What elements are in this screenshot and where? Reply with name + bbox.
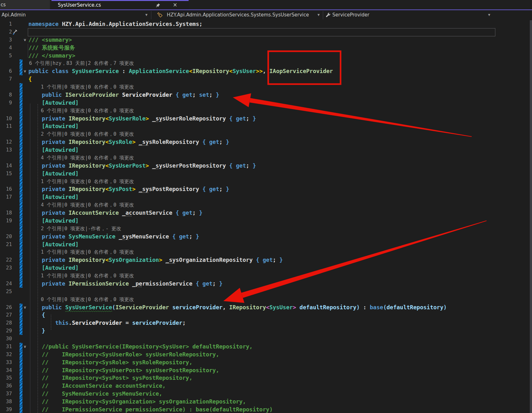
- line-number[interactable]: 37: [0, 390, 12, 398]
- code-line[interactable]: 28 this.ServiceProvider = serviceProvide…: [0, 319, 532, 327]
- tab-background-document[interactable]: cs: [0, 0, 50, 9]
- code-line[interactable]: 5/// </summary>: [0, 52, 532, 60]
- code-line[interactable]: 30: [0, 335, 532, 343]
- code-line[interactable]: 12 private IRepository<SysRole> _sysRole…: [0, 138, 532, 146]
- codelens-line[interactable]: 1 个引用|0 项更改|0 名作者，0 项更改: [0, 83, 532, 91]
- code-line[interactable]: 25: [0, 288, 532, 296]
- line-number[interactable]: 29: [0, 327, 12, 335]
- close-icon[interactable]: ×: [173, 2, 177, 8]
- codelens-line[interactable]: 0 个引用|0 项更改|0 名作者，0 项更改: [0, 296, 532, 304]
- project-dropdown[interactable]: Api.Admin: [2, 12, 26, 18]
- code-line[interactable]: 32 // IRepository<SysUserRole> sysUserRo…: [0, 351, 532, 359]
- line-number[interactable]: 20: [0, 233, 12, 241]
- codelens-text[interactable]: 1 个引用|0 项更改|0 名作者，0 项更改: [29, 178, 134, 186]
- line-number[interactable]: 18: [0, 209, 12, 217]
- line-number[interactable]: 16: [0, 185, 12, 193]
- codelens-text[interactable]: 2 个引用|0 项更改|0 名作者，0 项更改: [29, 130, 134, 138]
- code-line[interactable]: 24 private IPermissionService _permissio…: [0, 280, 532, 288]
- tab-active-document[interactable]: SysUserService.cs ×: [51, 0, 189, 10]
- code-line[interactable]: 18 private IAccountService _accountServi…: [0, 209, 532, 217]
- code-line[interactable]: 22 private IRepository<SysOrganization> …: [0, 256, 532, 264]
- code-line[interactable]: 36 // IAccountService accountService,: [0, 382, 532, 390]
- code-line[interactable]: 19 [Autowired]: [0, 217, 532, 225]
- code-line[interactable]: 29 }: [0, 327, 532, 335]
- line-number[interactable]: 39: [0, 406, 12, 413]
- code-line[interactable]: 23 [Autowired]: [0, 264, 532, 272]
- line-number[interactable]: 9: [0, 99, 12, 107]
- codelens-text[interactable]: 6 个引用|0 项更改|0 名作者，0 项更改: [29, 107, 134, 115]
- line-number[interactable]: 19: [0, 217, 12, 225]
- line-number[interactable]: 2: [0, 28, 12, 36]
- line-number[interactable]: 4: [0, 44, 12, 52]
- line-number[interactable]: 15: [0, 170, 12, 178]
- code-line[interactable]: 35 // IRepository<SysPost> sysPostReposi…: [0, 374, 532, 382]
- member-dropdown[interactable]: ServiceProvider: [332, 12, 369, 18]
- code-line[interactable]: 6>public class SysUserService : Applicat…: [0, 67, 532, 75]
- codelens-line[interactable]: 1 个引用|0 项更改|0 名作者，0 项更改: [0, 248, 532, 256]
- line-number[interactable]: 24: [0, 280, 12, 288]
- pin-icon[interactable]: [156, 3, 160, 9]
- chevron-down-icon[interactable]: ▼: [488, 13, 490, 16]
- codelens-line[interactable]: 1 个引用|0 项更改|0 名作者，0 项更改: [0, 178, 532, 186]
- line-number[interactable]: 1: [0, 20, 12, 28]
- codelens-text[interactable]: 2 个引用|0 项更改|-作者，- 更改: [29, 225, 121, 233]
- line-number[interactable]: 25: [0, 288, 12, 296]
- codelens-line[interactable]: 1 个引用|0 项更改|0 名作者，0 项更改: [0, 272, 532, 280]
- code-line[interactable]: 7{: [0, 75, 532, 83]
- quick-actions-screwdriver-icon[interactable]: [12, 29, 17, 36]
- line-number[interactable]: 30: [0, 335, 12, 343]
- line-number[interactable]: 31: [0, 343, 12, 351]
- line-number[interactable]: 38: [0, 398, 12, 406]
- codelens-text[interactable]: 4 个引用|0 项更改|0 名作者，0 项更改: [29, 201, 134, 209]
- codelens-line[interactable]: 4 个引用|0 项更改|0 名作者，0 项更改: [0, 201, 532, 209]
- line-number[interactable]: 11: [0, 122, 12, 130]
- code-line[interactable]: 4/// 系统账号服务: [0, 44, 532, 52]
- line-number[interactable]: 17: [0, 193, 12, 201]
- codelens-line[interactable]: 2 个引用|0 项更改|-作者，- 更改: [0, 225, 532, 233]
- codelens-line[interactable]: 2 个引用|0 项更改|0 名作者，0 项更改: [0, 130, 532, 138]
- code-line[interactable]: 33 // IRepository<SysRole> sysRoleReposi…: [0, 359, 532, 367]
- code-line[interactable]: 14 private IRepository<SysUserPost> _sys…: [0, 162, 532, 170]
- codelens-line[interactable]: 6 个引用|0 项更改|0 名作者，0 项更改: [0, 107, 532, 115]
- code-line[interactable]: 26> public SysUserService(IServiceProvid…: [0, 304, 532, 311]
- fold-chevron-icon[interactable]: >: [21, 344, 29, 349]
- line-number[interactable]: 12: [0, 138, 12, 146]
- type-dropdown[interactable]: HZY.Api.Admin.ApplicationServices.System…: [167, 12, 309, 18]
- codelens-text[interactable]: 4 个引用|0 项更改|0 名作者，0 项更改: [29, 154, 134, 162]
- code-line[interactable]: 3>/// <summary>: [0, 36, 532, 44]
- line-number[interactable]: 8: [0, 91, 12, 99]
- codelens-text[interactable]: 1 个引用|0 项更改|0 名作者，0 项更改: [29, 248, 134, 256]
- chevron-down-icon[interactable]: ▼: [145, 13, 148, 16]
- code-line[interactable]: 13 [Autowired]: [0, 146, 532, 154]
- code-line[interactable]: 38 // IRepository<SysOrganization> sysOr…: [0, 398, 532, 406]
- codelens-text[interactable]: 0 个引用|0 项更改|0 名作者，0 项更改: [29, 296, 134, 304]
- code-line[interactable]: 37 // SysMenuService sysMenuService,: [0, 390, 532, 398]
- code-line[interactable]: 1namespace HZY.Api.Admin.ApplicationServ…: [0, 20, 532, 28]
- code-line[interactable]: 2: [0, 28, 532, 36]
- codelens-text[interactable]: 6 个引用|hzy，83 天前|2 名作者，7 项更改: [29, 59, 134, 67]
- vertical-scrollbar[interactable]: [530, 20, 532, 413]
- line-number[interactable]: 28: [0, 319, 12, 327]
- codelens-text[interactable]: 1 个引用|0 项更改|0 名作者，0 项更改: [29, 272, 134, 280]
- line-number[interactable]: 33: [0, 359, 12, 367]
- codelens-line[interactable]: 6 个引用|hzy，83 天前|2 名作者，7 项更改: [0, 59, 532, 67]
- code-line[interactable]: 9 [Autowired]: [0, 99, 532, 107]
- codelens-text[interactable]: 1 个引用|0 项更改|0 名作者，0 项更改: [29, 83, 134, 91]
- fold-chevron-icon[interactable]: >: [21, 69, 29, 74]
- line-number[interactable]: 36: [0, 382, 12, 390]
- fold-chevron-icon[interactable]: >: [21, 305, 29, 310]
- line-number[interactable]: 34: [0, 367, 12, 374]
- line-number[interactable]: 21: [0, 241, 12, 249]
- code-line[interactable]: 27 {: [0, 311, 532, 319]
- line-number[interactable]: 32: [0, 351, 12, 359]
- code-line[interactable]: 17 [Autowired]: [0, 193, 532, 201]
- line-number[interactable]: 23: [0, 264, 12, 272]
- line-number[interactable]: 3: [0, 36, 12, 44]
- code-line[interactable]: 20 private SysMenuService _sysMenuServic…: [0, 233, 532, 241]
- line-number[interactable]: 14: [0, 162, 12, 170]
- code-line[interactable]: 10 private IRepository<SysUserRole> _sys…: [0, 115, 532, 123]
- line-number[interactable]: 7: [0, 75, 12, 83]
- code-editor[interactable]: 1namespace HZY.Api.Admin.ApplicationServ…: [0, 20, 532, 413]
- code-line[interactable]: 8 public IServiceProvider ServiceProvide…: [0, 91, 532, 99]
- code-line[interactable]: 15 [Autowired]: [0, 170, 532, 178]
